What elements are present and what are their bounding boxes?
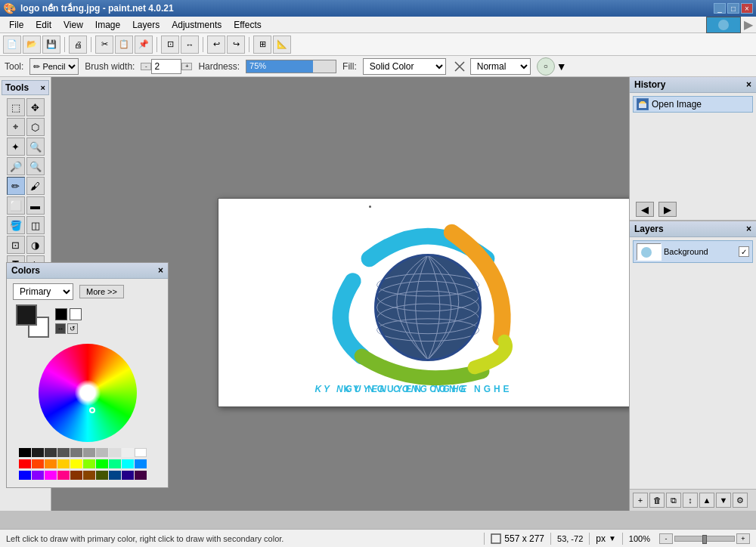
primary-secondary-select[interactable]: Primary Secondary bbox=[13, 283, 73, 300]
palette-color-black[interactable] bbox=[19, 448, 31, 457]
maximize-button[interactable]: □ bbox=[727, 3, 739, 14]
palette-color[interactable] bbox=[57, 471, 70, 480]
copy-button[interactable]: 📋 bbox=[115, 36, 133, 54]
recolor-tool[interactable]: ◑ bbox=[26, 236, 45, 254]
pencil-tool[interactable]: ✏ bbox=[7, 177, 25, 195]
palette-color-magenta[interactable] bbox=[45, 471, 57, 480]
history-undo-btn[interactable]: ◀ bbox=[636, 202, 654, 217]
palette-color[interactable] bbox=[32, 448, 44, 457]
ruler-button[interactable]: 📐 bbox=[273, 36, 291, 54]
fill-select[interactable]: Solid Color Transparent bbox=[363, 58, 446, 75]
palette-color[interactable] bbox=[135, 471, 147, 480]
palette-color[interactable] bbox=[83, 471, 95, 480]
zoom-slider[interactable] bbox=[674, 536, 735, 542]
resize-button[interactable]: ↔ bbox=[181, 36, 199, 54]
more-colors-button[interactable]: More >> bbox=[79, 285, 124, 298]
color-wheel[interactable] bbox=[39, 344, 137, 442]
crop-button[interactable]: ⊡ bbox=[161, 36, 179, 54]
clone-tool[interactable]: ⊡ bbox=[7, 236, 25, 254]
color-wheel-cursor[interactable] bbox=[89, 407, 95, 413]
palette-color[interactable] bbox=[96, 471, 108, 480]
palette-color[interactable] bbox=[109, 471, 121, 480]
close-button[interactable]: × bbox=[741, 3, 753, 14]
menu-effects[interactable]: Effects bbox=[228, 17, 267, 33]
history-close[interactable]: × bbox=[746, 79, 751, 90]
paintbrush-tool[interactable]: 🖌 bbox=[26, 177, 45, 195]
color-wheel-container[interactable] bbox=[7, 341, 168, 445]
palette-color[interactable] bbox=[135, 459, 147, 468]
palette-color[interactable] bbox=[109, 448, 121, 457]
brush-width-decrease[interactable]: - bbox=[141, 63, 151, 70]
palette-color-yellow[interactable] bbox=[70, 459, 82, 468]
eraser-tool[interactable]: ⬜ bbox=[7, 196, 25, 215]
save-button[interactable]: 💾 bbox=[42, 36, 60, 54]
palette-color[interactable] bbox=[70, 448, 82, 457]
history-redo-btn[interactable]: ▶ bbox=[658, 202, 677, 217]
palette-color[interactable] bbox=[57, 459, 70, 468]
palette-color[interactable] bbox=[122, 448, 134, 457]
palette-color-white[interactable] bbox=[135, 448, 147, 457]
brush-width-increase[interactable]: + bbox=[181, 63, 192, 70]
move-tool[interactable]: ⬡ bbox=[26, 118, 45, 136]
paint-bucket-tool[interactable]: 🪣 bbox=[7, 216, 25, 234]
move-up-btn[interactable]: ▲ bbox=[699, 493, 714, 508]
hardness-bar[interactable]: 75% bbox=[246, 60, 336, 73]
rectangle-tool[interactable]: ▬ bbox=[26, 196, 45, 215]
tools-close[interactable]: × bbox=[41, 83, 45, 92]
grid-button[interactable]: ⊞ bbox=[253, 36, 271, 54]
palette-color[interactable] bbox=[96, 448, 108, 457]
palette-color[interactable] bbox=[70, 471, 82, 480]
move-down-btn[interactable]: ▼ bbox=[716, 493, 731, 508]
history-item-open[interactable]: Open Image bbox=[633, 96, 753, 113]
open-button[interactable]: 📂 bbox=[23, 36, 41, 54]
palette-color[interactable] bbox=[122, 471, 134, 480]
palette-color-cyan[interactable] bbox=[122, 459, 134, 468]
white-swatch[interactable] bbox=[70, 308, 82, 320]
add-layer-btn[interactable]: + bbox=[633, 493, 648, 508]
palette-color[interactable] bbox=[45, 459, 57, 468]
tool-select[interactable]: ✏ Pencil bbox=[29, 58, 79, 75]
redo-button[interactable]: ↪ bbox=[227, 36, 245, 54]
blend-select[interactable]: Normal Multiply Screen bbox=[470, 58, 531, 75]
menu-view[interactable]: View bbox=[57, 17, 89, 33]
fg-color-swatch[interactable] bbox=[16, 304, 37, 326]
menu-image[interactable]: Image bbox=[89, 17, 126, 33]
magic-wand-tool[interactable]: ✦ bbox=[7, 138, 25, 156]
palette-color[interactable] bbox=[45, 448, 57, 457]
reset-colors-btn[interactable]: ↺ bbox=[67, 323, 78, 334]
menu-layers[interactable]: Layers bbox=[126, 17, 166, 33]
palette-color[interactable] bbox=[32, 471, 44, 480]
colors-close[interactable]: × bbox=[158, 265, 163, 276]
cut-button[interactable]: ✂ bbox=[95, 36, 113, 54]
zoom-tool[interactable]: 🔍 bbox=[26, 138, 45, 156]
lasso-tool[interactable]: ⌖ bbox=[7, 118, 25, 136]
minimize-button[interactable]: _ bbox=[714, 3, 726, 14]
black-swatch[interactable] bbox=[55, 308, 67, 320]
print-button[interactable]: 🖨 bbox=[69, 36, 87, 54]
zoom-out-btn[interactable]: - bbox=[659, 533, 673, 544]
brush-width-input[interactable]: 2 bbox=[151, 59, 181, 74]
selection-move-tool[interactable]: ✥ bbox=[26, 98, 45, 116]
layers-close[interactable]: × bbox=[746, 224, 751, 234]
palette-color[interactable] bbox=[57, 448, 70, 457]
image-thumbnail[interactable] bbox=[706, 17, 741, 33]
palette-color[interactable] bbox=[32, 459, 44, 468]
title-bar-controls[interactable]: _ □ × bbox=[714, 3, 753, 14]
menu-adjustments[interactable]: Adjustments bbox=[166, 17, 228, 33]
menu-edit[interactable]: Edit bbox=[29, 17, 57, 33]
opacity-control[interactable]: ○ bbox=[537, 57, 555, 76]
zoom-in-btn[interactable]: + bbox=[736, 533, 750, 544]
menu-file[interactable]: File bbox=[3, 17, 29, 33]
selection-rect-tool[interactable]: ⬚ bbox=[7, 98, 25, 116]
zoom-out-tool[interactable]: 🔍 bbox=[26, 157, 45, 175]
palette-color[interactable] bbox=[109, 459, 121, 468]
canvas[interactable]: KY NGUYEN CONG NGHE KY NGUYEN CONG NGHE bbox=[218, 198, 629, 407]
layer-item-background[interactable]: Background ✓ bbox=[633, 240, 753, 263]
delete-layer-btn[interactable]: 🗑 bbox=[649, 493, 665, 508]
merge-layer-btn[interactable]: ↕ bbox=[683, 493, 698, 508]
zoom-in-tool[interactable]: 🔎 bbox=[7, 157, 25, 175]
palette-color-green[interactable] bbox=[96, 459, 108, 468]
undo-button[interactable]: ↩ bbox=[207, 36, 225, 54]
properties-btn[interactable]: ⚙ bbox=[733, 493, 748, 508]
palette-color[interactable] bbox=[83, 448, 95, 457]
